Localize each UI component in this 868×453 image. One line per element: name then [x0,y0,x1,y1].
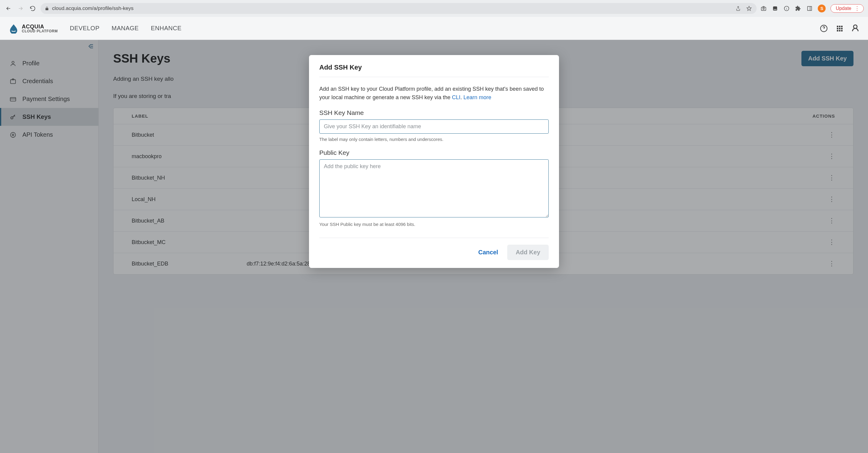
help-icon[interactable] [819,24,828,33]
svg-rect-11 [839,26,840,27]
public-key-textarea[interactable] [319,159,549,218]
extensions-puzzle-icon[interactable] [795,5,801,12]
svg-rect-16 [837,30,838,31]
add-key-submit-button[interactable]: Add Key [507,245,549,260]
droplet-icon [8,23,19,34]
public-key-hint: Your SSH Public key must be at least 409… [319,222,549,227]
svg-rect-18 [841,30,843,31]
nav-enhance[interactable]: ENHANCE [151,25,181,32]
svg-rect-7 [808,6,812,10]
cancel-button[interactable]: Cancel [478,249,498,256]
ssh-key-name-hint: The label may only contain letters, numb… [319,137,549,142]
nav-develop[interactable]: DEVELOP [70,25,100,32]
svg-rect-15 [841,28,843,29]
update-button[interactable]: Update ⋮ [831,4,864,13]
add-ssh-key-modal: Add SSH Key Add an SSH key to your Cloud… [309,55,559,268]
forward-button[interactable] [17,4,25,13]
learn-more-link[interactable]: Learn more [463,94,491,100]
svg-rect-17 [839,30,840,31]
svg-rect-10 [837,26,838,27]
reload-button[interactable] [28,4,37,13]
browser-toolbar: cloud.acquia.com/a/profile/ssh-keys S [0,0,868,17]
account-icon[interactable] [851,24,860,33]
url-text: cloud.acquia.com/a/profile/ssh-keys [52,5,133,11]
modal-title: Add SSH Key [319,64,549,77]
svg-point-4 [775,9,776,10]
camera-icon[interactable] [760,5,767,12]
panel-icon[interactable] [806,5,813,12]
nav-manage[interactable]: MANAGE [112,25,139,32]
apps-grid-icon[interactable] [835,24,844,33]
svg-rect-14 [839,28,840,29]
circle-icon[interactable] [783,5,790,12]
back-button[interactable] [4,4,13,13]
extension-square-icon[interactable] [772,5,778,12]
address-bar[interactable]: cloud.acquia.com/a/profile/ssh-keys [40,3,756,14]
svg-rect-12 [841,26,843,27]
lock-icon [45,6,49,10]
profile-avatar[interactable]: S [818,4,826,12]
cli-link[interactable]: CLI [452,94,460,100]
svg-point-3 [774,9,775,10]
svg-point-1 [763,8,765,9]
svg-rect-0 [762,7,766,10]
svg-rect-2 [773,6,777,10]
public-key-label: Public Key [319,149,549,156]
ssh-key-name-input[interactable] [319,120,549,134]
svg-rect-13 [837,28,838,29]
share-icon[interactable] [735,5,742,12]
svg-point-5 [776,9,777,10]
app-header: ACQUIA CLOUD PLATFORM DEVELOP MANAGE ENH… [0,17,868,40]
modal-description: Add an SSH key to your Cloud Platform pr… [319,85,549,102]
star-icon[interactable] [746,5,752,12]
brand-logo[interactable]: ACQUIA CLOUD PLATFORM [8,23,58,34]
modal-overlay[interactable]: Add SSH Key Add an SSH key to your Cloud… [0,40,868,453]
ssh-key-name-label: SSH Key Name [319,109,549,117]
